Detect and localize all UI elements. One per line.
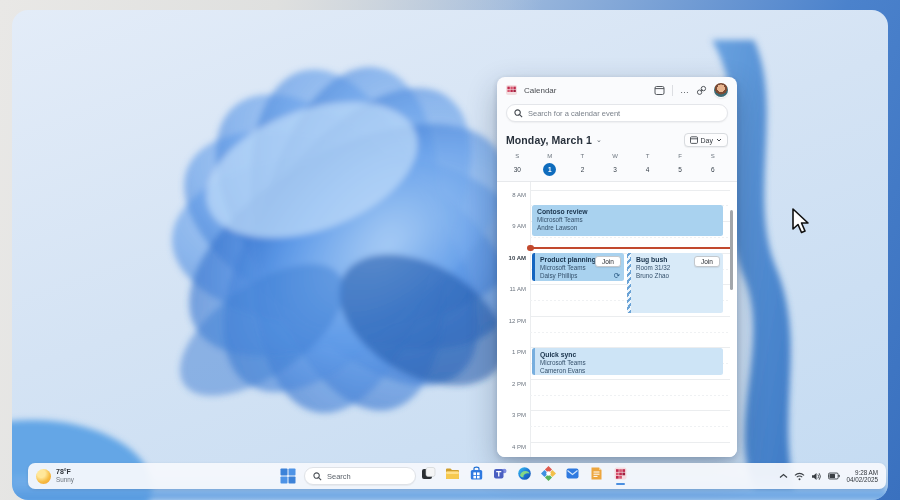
week-strip: S 30 M 1 T 2 W 3 T 4 F 5 S 6 — [501, 153, 729, 181]
search-icon — [514, 109, 523, 118]
event-bug-bush[interactable]: Bug bush Room 31/32 Bruno Zhao Join — [627, 253, 723, 313]
tray-date: 04/02/2025 — [846, 476, 878, 484]
current-time-dot — [527, 245, 534, 252]
teams-icon — [493, 466, 508, 481]
week-day-monday[interactable]: M 1 — [534, 153, 567, 181]
hour-label: 12 PM — [497, 318, 526, 324]
half-hour-line — [530, 395, 730, 396]
calendar-app-button[interactable] — [612, 466, 628, 486]
half-hour-line — [530, 237, 730, 238]
gutter-divider — [530, 182, 531, 457]
event-contoso-review[interactable]: Contoso review Microsoft Teams Andre Law… — [532, 205, 723, 236]
hour-label: 11 AM — [497, 286, 526, 292]
week-day-wednesday[interactable]: W 3 — [599, 153, 632, 181]
notes-icon — [589, 466, 604, 481]
edge-icon — [517, 466, 532, 481]
selected-day[interactable]: 1 — [543, 163, 556, 176]
hour-label-current: 10 AM — [497, 255, 526, 261]
wallpaper-bloom — [12, 10, 888, 500]
active-app-indicator — [616, 483, 625, 486]
hour-line — [530, 190, 730, 191]
hour-label: 9 AM — [497, 223, 526, 229]
start-button[interactable] — [280, 468, 296, 484]
week-day-friday[interactable]: F 5 — [664, 153, 697, 181]
mail-button[interactable] — [564, 466, 580, 486]
more-icon[interactable]: … — [680, 87, 689, 93]
taskbar-search[interactable]: Search — [304, 467, 416, 485]
calendar-app-icon — [613, 466, 628, 481]
file-explorer-button[interactable] — [444, 466, 460, 486]
desktop — [12, 10, 888, 500]
event-product-planning[interactable]: Product planning Microsoft Teams Daisy P… — [532, 253, 624, 281]
join-button[interactable]: Join — [694, 256, 720, 267]
event-quick-sync[interactable]: Quick sync Microsoft Teams Cameron Evans — [532, 348, 723, 375]
taskbar-search-label: Search — [327, 472, 351, 481]
edge-button[interactable] — [516, 466, 532, 486]
weather-temperature: 78°F — [56, 468, 74, 476]
wifi-icon[interactable] — [794, 472, 805, 481]
recurring-icon: ⟳ — [614, 271, 620, 280]
calendar-search-bar[interactable] — [506, 104, 728, 122]
search-icon — [313, 472, 322, 481]
hour-label: 4 PM — [497, 444, 526, 450]
view-selector-label: Day — [701, 137, 713, 144]
weather-condition: Sunny — [56, 476, 74, 484]
hour-line — [530, 410, 730, 411]
link-icon[interactable] — [696, 85, 707, 96]
hour-label: 8 AM — [497, 192, 526, 198]
open-window-icon[interactable] — [654, 85, 665, 96]
half-hour-line — [530, 426, 730, 427]
window-titlebar: Calendar … — [497, 77, 737, 103]
week-day-sunday[interactable]: S 30 — [501, 153, 534, 181]
half-hour-line — [530, 332, 730, 333]
chevron-up-icon[interactable] — [779, 473, 788, 479]
join-button[interactable]: Join — [595, 256, 621, 267]
pinned-apps — [420, 466, 628, 486]
week-day-tuesday[interactable]: T 2 — [566, 153, 599, 181]
calendar-app-logo-icon — [506, 84, 518, 96]
view-selector-button[interactable]: Day — [684, 133, 728, 147]
hour-label: 2 PM — [497, 381, 526, 387]
current-time-indicator — [530, 247, 730, 249]
chevron-down-icon: ⌄ — [596, 136, 602, 144]
clock[interactable]: 9:28 AM 04/02/2025 — [846, 469, 878, 484]
week-day-thursday[interactable]: T 4 — [631, 153, 664, 181]
volume-icon[interactable] — [811, 472, 822, 481]
calendar-search-input[interactable] — [528, 109, 720, 118]
week-day-saturday[interactable]: S 6 — [696, 153, 729, 181]
task-view-icon — [421, 466, 436, 481]
scrollbar[interactable] — [730, 210, 734, 290]
weather-widget[interactable]: 78°F Sunny — [36, 463, 74, 489]
hour-line — [530, 379, 730, 380]
notes-button[interactable] — [588, 466, 604, 486]
chevron-down-icon — [716, 138, 722, 142]
hour-label: 3 PM — [497, 412, 526, 418]
hour-label: 1 PM — [497, 349, 526, 355]
system-tray: 9:28 AM 04/02/2025 — [779, 463, 878, 489]
date-header[interactable]: Monday, March 1 — [506, 134, 592, 146]
taskbar: 78°F Sunny Search — [28, 463, 886, 489]
microsoft-store-button[interactable] — [468, 466, 484, 486]
day-view-icon — [690, 136, 698, 144]
microsoft-store-icon — [469, 466, 484, 481]
day-grid: 8 AM 9 AM 10 AM 11 AM 12 PM 1 PM 2 PM 3 … — [497, 182, 737, 457]
titlebar-divider — [672, 85, 673, 96]
photos-icon — [541, 466, 556, 481]
calendar-window: Calendar … Monday, March 1 ⌄ — [497, 77, 737, 457]
teams-button[interactable] — [492, 466, 508, 486]
window-title: Calendar — [524, 86, 556, 95]
task-view-button[interactable] — [420, 466, 436, 486]
hour-line — [530, 316, 730, 317]
mail-icon — [565, 466, 580, 481]
photos-button[interactable] — [540, 466, 556, 486]
tray-time: 9:28 AM — [846, 469, 878, 477]
file-explorer-icon — [445, 466, 460, 481]
hour-line — [530, 442, 730, 443]
sun-icon — [36, 469, 51, 484]
avatar[interactable] — [714, 83, 728, 97]
mouse-cursor — [788, 207, 812, 237]
battery-icon[interactable] — [828, 472, 840, 480]
